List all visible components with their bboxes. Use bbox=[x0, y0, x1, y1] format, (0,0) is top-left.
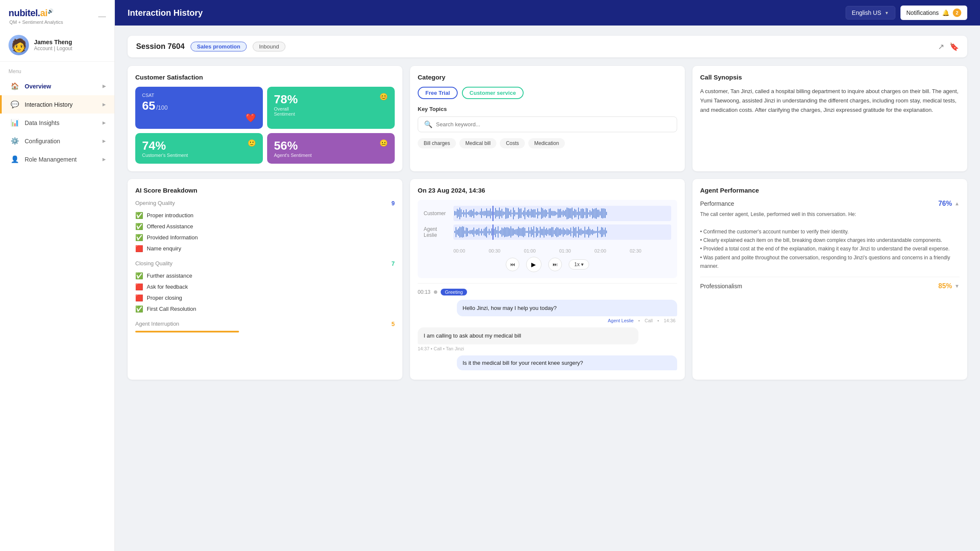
skip-forward-button[interactable]: ⏭ bbox=[548, 258, 562, 271]
chat-bubble-agent: Hello Jinzi, how may I help you today? bbox=[457, 300, 678, 317]
csat-score: 65 bbox=[142, 99, 155, 113]
smiley-icon2: 🙂 bbox=[248, 139, 256, 147]
channel: Call bbox=[645, 318, 653, 323]
sidebar-item-label: Interaction History bbox=[25, 101, 73, 108]
score-item: 🟥 Ask for feedback bbox=[135, 281, 395, 293]
customer-satisfaction-card: Customer Satisfaction CSAT 65 /100 ❤️ 78… bbox=[128, 66, 402, 171]
bell-icon: 🔔 bbox=[942, 9, 949, 16]
chart-icon: 📊 bbox=[10, 119, 20, 127]
opening-quality-header: Opening Quality 9 bbox=[135, 200, 395, 207]
main-content: Interaction History English US ▼ Notific… bbox=[115, 0, 980, 551]
agent-interruption-score: 5 bbox=[391, 321, 395, 327]
share-icon[interactable]: ↗ bbox=[938, 42, 944, 51]
config-icon: ⚙️ bbox=[10, 137, 20, 145]
session-actions: ↗ 🔖 bbox=[938, 42, 959, 51]
sidebar-item-interaction-history[interactable]: 💬 Interaction History ▶ bbox=[0, 95, 114, 114]
tag-customer-service[interactable]: Customer service bbox=[462, 87, 524, 99]
bookmark-icon[interactable]: 🔖 bbox=[949, 42, 959, 51]
chat-dot bbox=[434, 290, 437, 294]
agent-waveform: 00:12 bbox=[453, 224, 671, 240]
user-profile-area: 🧑 James Theng Account | Logout bbox=[0, 29, 114, 62]
play-button[interactable]: ▶ bbox=[526, 257, 541, 272]
sat-grid: CSAT 65 /100 ❤️ 78% 😊 Overall Sen bbox=[135, 87, 395, 164]
sidebar-item-label: Configuration bbox=[25, 138, 60, 145]
sidebar-item-data-insights[interactable]: 📊 Data Insights ▶ bbox=[0, 114, 114, 132]
search-icon: 🔍 bbox=[424, 120, 433, 128]
menu-label: Menu bbox=[0, 62, 114, 77]
waveform-area: Customer Agent Leslie bbox=[418, 200, 677, 278]
search-input[interactable] bbox=[436, 121, 671, 128]
bubble-meta-customer: 14:37 • Call • Tan Jinzi bbox=[418, 346, 677, 351]
app-subtitle: QM + Sentiment Analytics bbox=[9, 20, 63, 25]
agent-interruption-label: Agent Interruption bbox=[135, 321, 179, 327]
chevron-up-icon[interactable]: ▲ bbox=[954, 201, 960, 207]
time2: 14:37 bbox=[418, 346, 430, 351]
opening-quality-score: 9 bbox=[391, 200, 395, 207]
score-item-label: Proper introduction bbox=[147, 212, 194, 219]
topic-chip-costs[interactable]: Costs bbox=[500, 138, 525, 148]
content-area: Session 7604 Sales promotion Inbound ↗ 🔖… bbox=[115, 26, 980, 551]
score-item-label: Ask for feedback bbox=[147, 284, 188, 290]
agent-track: Agent Leslie 00:12 bbox=[424, 224, 671, 240]
chat-container: 00:13 Greeting Hello Jinzi, how may I he… bbox=[418, 283, 677, 372]
keyword-search-box[interactable]: 🔍 bbox=[418, 116, 677, 132]
divider bbox=[700, 277, 960, 277]
smiley-icon3: 😐 bbox=[379, 139, 388, 147]
time-5: 02:30 bbox=[630, 248, 641, 253]
chevron-right-icon: ▶ bbox=[103, 102, 106, 107]
time-0: 00:00 bbox=[453, 248, 465, 253]
chevron-down-icon2[interactable]: ▼ bbox=[954, 283, 960, 289]
customer-pct: 74% bbox=[142, 139, 166, 153]
time-3: 01:30 bbox=[559, 248, 571, 253]
account-link[interactable]: Account bbox=[34, 45, 52, 51]
chevron-right-icon: ▶ bbox=[103, 139, 106, 143]
logout-link[interactable]: Logout bbox=[57, 45, 72, 51]
agent-label: Agent's Sentiment bbox=[274, 153, 388, 158]
category-card: Category Free Trial Customer service Key… bbox=[410, 66, 685, 171]
topic-chip-bill-charges[interactable]: Bill charges bbox=[418, 138, 456, 148]
home-icon: 🏠 bbox=[10, 82, 20, 90]
language-dropdown[interactable]: English US ▼ bbox=[846, 6, 895, 20]
agent-performance-card: Agent Performance Performance 76% ▲ The … bbox=[692, 179, 967, 380]
ai-score-card: AI Score Breakdown Opening Quality 9 ✅ P… bbox=[128, 179, 402, 380]
topic-chip-medication[interactable]: Medication bbox=[528, 138, 565, 148]
player-controls: ⏮ ▶ ⏭ 1x ▾ bbox=[424, 257, 671, 272]
opening-quality-label: Opening Quality bbox=[135, 200, 175, 206]
agent-interruption-header: Agent Interruption 5 bbox=[135, 321, 395, 327]
skip-back-button[interactable]: ⏮ bbox=[506, 258, 519, 271]
chat-bubble-question: Is it the medical bill for your recent k… bbox=[457, 355, 678, 370]
audio-chat-card: On 23 Aug 2024, 14:36 Customer bbox=[410, 179, 685, 380]
key-topics-label: Key Topics bbox=[418, 106, 677, 112]
chat-icon: 💬 bbox=[10, 100, 20, 108]
tag-free-trial[interactable]: Free Trial bbox=[418, 87, 458, 99]
score-item: ✅ First Call Resolution bbox=[135, 304, 395, 315]
time-1: 00:30 bbox=[489, 248, 501, 253]
call-synopsis-title: Call Synopsis bbox=[700, 74, 960, 81]
customer-waveform bbox=[453, 206, 671, 221]
chevron-right-icon: ▶ bbox=[103, 84, 106, 88]
score-item: ✅ Provided Information bbox=[135, 232, 395, 243]
score-item: ✅ Further assistance bbox=[135, 270, 395, 281]
cross-icon: 🟥 bbox=[135, 294, 143, 302]
time: 14:36 bbox=[664, 318, 675, 323]
sidebar-item-role-management[interactable]: 👤 Role Manangement ▶ bbox=[0, 150, 114, 168]
sidebar-item-overview[interactable]: 🏠 Overview ▶ bbox=[0, 77, 114, 95]
minimize-button[interactable]: — bbox=[98, 12, 106, 21]
chevron-right-icon: ▶ bbox=[103, 120, 106, 125]
topic-chip-medical-bill[interactable]: Medical bill bbox=[459, 138, 496, 148]
performance-item: Performance 76% ▲ The call center agent,… bbox=[700, 200, 960, 271]
overall-sentiment-box: 78% 😊 Overall Sentiment bbox=[267, 87, 395, 129]
agent-sentiment-box: 56% 😐 Agent's Sentiment bbox=[267, 133, 395, 164]
score-item: ✅ Offered Assistance bbox=[135, 221, 395, 232]
speed-control[interactable]: 1x ▾ bbox=[569, 259, 589, 270]
score-item-label: Name enquiry bbox=[147, 245, 181, 252]
lang-label: English US bbox=[852, 9, 881, 16]
sidebar-item-configuration[interactable]: ⚙️ Configuration ▶ bbox=[0, 132, 114, 150]
performance-header: Performance 76% ▲ bbox=[700, 200, 960, 207]
professionalism-pct: 85% bbox=[938, 282, 952, 290]
call-synopsis-card: Call Synopsis A customer, Tan Jinzi, cal… bbox=[692, 66, 967, 171]
badge-sales-promotion[interactable]: Sales promotion bbox=[191, 42, 247, 51]
agent-track-label: Agent Leslie bbox=[424, 226, 449, 238]
notifications-button[interactable]: Notifications 🔔 2 bbox=[900, 6, 967, 20]
user-links[interactable]: Account | Logout bbox=[34, 45, 72, 51]
